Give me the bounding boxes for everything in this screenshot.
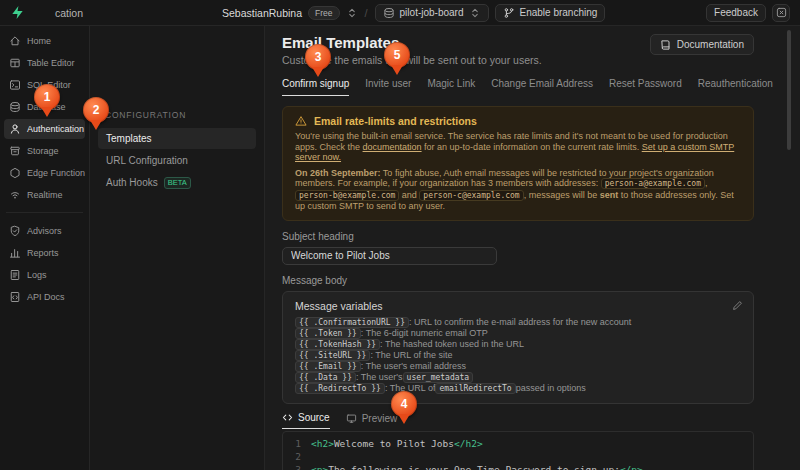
tab-preview[interactable]: Preview: [346, 413, 398, 429]
warning-date-lead: On 26th September:: [295, 168, 381, 178]
chevrons-sort-icon: [346, 7, 358, 19]
variable-description: : The user's email address: [361, 361, 466, 371]
template-tabs: Confirm signup Invite user Magic Link Ch…: [282, 78, 754, 96]
subnav-item-templates[interactable]: Templates: [98, 128, 256, 149]
variable-code: {{ .SiteURL }}: [295, 350, 370, 361]
sidebar-item-reports[interactable]: Reports: [4, 243, 85, 263]
project-switcher[interactable]: pilot-job-board: [375, 4, 489, 22]
warning-text: for an up-to-date information on the cur…: [422, 142, 642, 152]
subnav-section-header: CONFIGURATION: [98, 110, 256, 120]
org-switcher[interactable]: SebastianRubina Free: [222, 6, 357, 20]
code-tag: </p>: [620, 464, 643, 470]
sidebar-item-authentication[interactable]: Authentication: [4, 119, 85, 139]
sidebar-item-table-editor[interactable]: Table Editor: [4, 53, 85, 73]
variable-code: {{ .RedirectTo }}: [295, 383, 385, 394]
subnav-item-label: Templates: [106, 133, 152, 144]
subnav-item-label: Auth Hooks: [106, 177, 158, 188]
x-square-icon[interactable]: [772, 4, 790, 22]
documentation-button[interactable]: Documentation: [650, 34, 754, 55]
subject-input[interactable]: [282, 247, 497, 265]
sidebar-item-edge-functions[interactable]: Edge Functions: [4, 163, 85, 183]
monitor-icon: [346, 413, 357, 424]
tab-invite-user[interactable]: Invite user: [365, 78, 411, 96]
broadcast-icon: [9, 189, 21, 201]
sidebar-item-realtime[interactable]: Realtime: [4, 185, 85, 205]
subject-heading-label: Subject heading: [282, 231, 754, 242]
book-icon: [660, 39, 672, 51]
variable-code: {{ .Data }}: [295, 372, 356, 383]
sidebar-item-storage[interactable]: Storage: [4, 141, 85, 161]
enable-branching-label: Enable branching: [520, 7, 598, 18]
warning-text: ,: [705, 178, 708, 188]
sidebar-item-advisors[interactable]: Advisors: [4, 221, 85, 241]
annotation-pin-1: 1: [34, 84, 60, 110]
warning-emphasis: sent: [600, 190, 619, 200]
line-number: 2: [283, 450, 311, 463]
variable-inline-code: user_metadata: [403, 372, 474, 383]
top-bar: cation SebastianRubina Free / pilot-job-…: [0, 0, 800, 26]
email-chip: person-b@example.com: [295, 190, 399, 201]
chevrons-sort-icon: [469, 7, 481, 19]
user-icon: [9, 123, 21, 135]
sidebar-item-logs[interactable]: Logs: [4, 265, 85, 285]
table-icon: [9, 57, 21, 69]
documentation-link[interactable]: documentation: [363, 142, 422, 152]
subnav-item-label: URL Configuration: [106, 155, 188, 166]
file-code-icon: [9, 291, 21, 303]
project-name: pilot-job-board: [400, 7, 464, 18]
breadcrumb-separator: /: [365, 7, 368, 19]
variable-code: {{ .Email }}: [295, 361, 361, 372]
sidebar-divider: [6, 212, 83, 213]
tab-change-email-address[interactable]: Change Email Address: [491, 78, 593, 96]
tab-magic-link[interactable]: Magic Link: [427, 78, 475, 96]
email-chip: person-c@example.com: [419, 190, 523, 201]
variable-row: {{ .Data }} : The user's user_metadata: [295, 372, 741, 383]
tab-reset-password[interactable]: Reset Password: [609, 78, 682, 96]
database-icon: [383, 7, 395, 19]
sidebar-item-api-docs[interactable]: API Docs: [4, 287, 85, 307]
enable-branching-button[interactable]: Enable branching: [495, 4, 606, 22]
sidebar-item-label: Edge Functions: [27, 168, 85, 178]
tab-source[interactable]: Source: [282, 412, 330, 429]
annotation-pin-4: 4: [391, 391, 417, 417]
rate-limit-warning: Email rate-limits and restrictions You'r…: [282, 106, 754, 221]
source-code-editor[interactable]: 1 <h2>Welcome to Pilot Jobs</h2> 2 3 <p>…: [282, 431, 754, 470]
page-scrollbar[interactable]: [787, 30, 791, 150]
variable-row: {{ .Email }} : The user's email address: [295, 361, 741, 372]
database-icon: [9, 101, 21, 113]
auth-subnav: CONFIGURATION Templates URL Configuratio…: [90, 26, 265, 470]
warning-paragraph-2: On 26th September: To fight abuse, Auth …: [295, 168, 741, 212]
file-text-icon: [9, 269, 21, 281]
tab-preview-label: Preview: [362, 413, 398, 424]
message-variables-title: Message variables: [295, 300, 741, 312]
subnav-item-auth-hooks[interactable]: Auth Hooks BETA: [98, 172, 256, 193]
feedback-button[interactable]: Feedback: [706, 4, 766, 22]
tab-confirm-signup[interactable]: Confirm signup: [282, 78, 349, 96]
sidebar-item-label: API Docs: [27, 292, 65, 302]
warning-text: , messages will be: [524, 190, 600, 200]
supabase-logo-icon[interactable]: [10, 5, 25, 20]
subnav-item-url-configuration[interactable]: URL Configuration: [98, 150, 256, 171]
message-body-label: Message body: [282, 275, 754, 286]
warning-text: and: [399, 190, 419, 200]
edit-icon[interactable]: [732, 300, 743, 311]
documentation-label: Documentation: [677, 39, 744, 50]
variable-description: : The URL of: [385, 383, 436, 393]
code-line: 3 <p>The following is your One-Time Pass…: [283, 463, 753, 470]
code-line: 1 <h2>Welcome to Pilot Jobs</h2>: [283, 437, 753, 450]
tab-reauthentication[interactable]: Reauthentication: [698, 78, 773, 96]
variable-description: : The hashed token used in the URL: [380, 339, 524, 349]
feedback-label: Feedback: [714, 7, 758, 18]
code-tag: <h2>: [311, 438, 334, 449]
annotation-pin-5: 5: [384, 42, 410, 68]
sidebar-item-home[interactable]: Home: [4, 31, 85, 51]
variable-description: : The 6-digit numeric email OTP: [361, 328, 488, 338]
sidebar-item-label: Realtime: [27, 190, 63, 200]
beta-badge: BETA: [164, 177, 191, 189]
warning-title: Email rate-limits and restrictions: [314, 115, 477, 127]
org-name: SebastianRubina: [222, 7, 302, 19]
sidebar-item-label: Logs: [27, 270, 47, 280]
variable-inline-code: emailRedirectTo: [435, 383, 515, 394]
sidebar-item-label: Reports: [27, 248, 59, 258]
terminal-icon: [9, 79, 21, 91]
